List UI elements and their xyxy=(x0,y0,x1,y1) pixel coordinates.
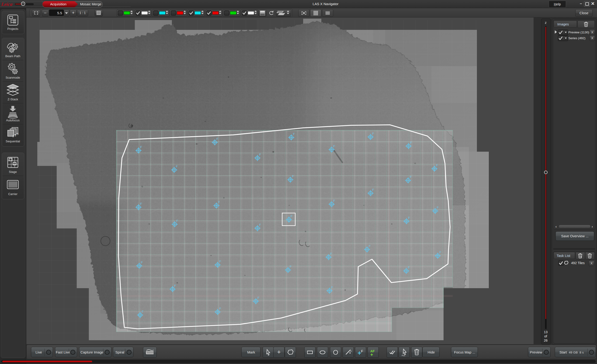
svg-text:F: F xyxy=(410,175,412,179)
svg-text:F: F xyxy=(410,141,412,144)
svg-text:F: F xyxy=(372,188,374,191)
svg-text:F: F xyxy=(330,252,332,255)
svg-text:F: F xyxy=(259,223,261,227)
svg-text:F: F xyxy=(293,132,295,136)
svg-text:F: F xyxy=(219,260,221,263)
svg-text:F: F xyxy=(291,214,292,218)
svg-text:2: 2 xyxy=(15,134,16,137)
svg-text:F: F xyxy=(372,132,374,135)
svg-text:F: F xyxy=(437,206,439,209)
svg-text:F: F xyxy=(174,284,176,287)
svg-text:F: F xyxy=(333,199,335,203)
svg-text:F: F xyxy=(331,285,333,289)
svg-text:3: 3 xyxy=(17,133,18,135)
svg-text:F: F xyxy=(216,137,218,141)
svg-text:F: F xyxy=(290,265,291,268)
svg-text:F: F xyxy=(408,266,410,269)
svg-text:F: F xyxy=(361,349,363,353)
svg-text:F: F xyxy=(439,251,441,254)
svg-text:F: F xyxy=(218,200,220,204)
svg-text:F: F xyxy=(258,296,259,300)
svg-text:F: F xyxy=(140,145,142,149)
svg-text:F: F xyxy=(176,165,178,168)
svg-text:F: F xyxy=(259,153,261,156)
svg-text:Acquisition: Acquisition xyxy=(50,2,66,6)
svg-text:F: F xyxy=(408,216,410,220)
svg-text:F: F xyxy=(369,244,370,248)
svg-text:F: F xyxy=(292,174,294,178)
svg-text:AF: AF xyxy=(370,349,375,353)
svg-text:F: F xyxy=(436,164,438,167)
svg-text:F: F xyxy=(219,307,221,310)
svg-text:F: F xyxy=(142,310,144,313)
svg-text:F: F xyxy=(141,261,143,264)
svg-text:ALL: ALL xyxy=(401,354,405,356)
svg-text:1: 1 xyxy=(12,135,14,138)
svg-text:F: F xyxy=(140,202,142,206)
svg-text:F: F xyxy=(333,144,335,148)
svg-text:Leica: Leica xyxy=(1,1,13,7)
svg-text:F: F xyxy=(176,219,178,223)
